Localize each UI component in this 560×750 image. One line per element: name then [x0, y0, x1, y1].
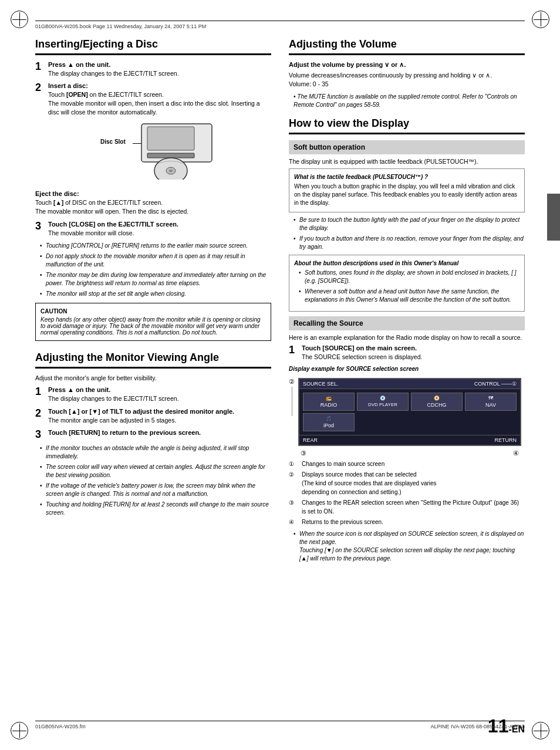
- how-to-view-title: How to view the Display: [289, 117, 525, 134]
- footer-left: 01GB05IVA-W205.fm: [35, 724, 86, 729]
- source-display-wrapper: SOURCE SEL. CONTROL ——① 📻 RADIO 💿 DVD PL…: [298, 374, 521, 457]
- ma-bullet-1: If the monitor touches an obstacle while…: [40, 444, 271, 461]
- ma-step-3-title: Touch [RETURN] to return to the previous…: [48, 429, 271, 436]
- ma-bullets: If the monitor touches an obstacle while…: [35, 444, 271, 517]
- volume-subtitle: Adjust the volume by pressing ∨ or ∧.: [289, 61, 525, 69]
- about-bullet-2: Whenever a soft button and a head unit b…: [299, 288, 519, 304]
- disc-device-svg: [124, 121, 218, 180]
- corner-mark-br: [532, 722, 549, 739]
- step-1: 1 Press ▲ on the unit. The display chang…: [35, 61, 271, 78]
- cross-br: [534, 724, 548, 738]
- about-bullet-1: Soft buttons, ones found in the display,…: [299, 269, 519, 285]
- svg-rect-2: [147, 153, 194, 158]
- left-column: Inserting/Ejecting a Disc 1 Press ▲ on t…: [35, 38, 271, 718]
- step-2-title: Insert a disc:: [48, 82, 271, 89]
- rs-step-1-num: 1: [289, 344, 298, 362]
- volume-note: The MUTE function is available on the su…: [289, 93, 525, 109]
- monitor-angle-section: Adjusting the Monitor Viewing Angle Adju…: [35, 352, 271, 519]
- bullet-4: The monitor will stop at the set tilt an…: [40, 290, 271, 298]
- step-1-body: The display changes to the EJECT/TILT sc…: [48, 69, 271, 78]
- tactile-box-title: What is the tactile feedback (PULSETOUCH…: [294, 174, 519, 180]
- sb-bullet-2: If you touch a button and there is no re…: [294, 235, 525, 251]
- ma-step-3: 3 Touch [RETURN] to return to the previo…: [35, 429, 271, 440]
- step-1-num: 1: [35, 61, 45, 78]
- source-footer-left: REAR: [303, 437, 318, 443]
- source-btn-ipod[interactable]: 🎵 iPod: [303, 413, 355, 431]
- monitor-angle-title: Adjusting the Monitor Viewing Angle: [35, 352, 271, 369]
- soft-button-intro: The display unit is equipped with tactil…: [289, 158, 525, 165]
- monitor-angle-intro: Adjust the monitor's angle for better vi…: [35, 374, 271, 381]
- page-content: Inserting/Ejecting a Disc 1 Press ▲ on t…: [35, 38, 525, 718]
- eject-body: Touch [▲] of DISC on the EJECT/TILT scre…: [35, 198, 271, 215]
- ann-4: ④: [513, 450, 519, 457]
- step-3-num: 3: [35, 221, 45, 238]
- rs-step-1-content: Touch [SOURCE] on the main screen. The S…: [302, 344, 525, 362]
- left-annotations: ②: [289, 378, 295, 416]
- inserting-ejecting-section: Inserting/Ejecting a Disc 1 Press ▲ on t…: [35, 38, 271, 346]
- ma-step-1-body: The display changes to the EJECT/TILT sc…: [48, 394, 271, 403]
- source-btn-cdchg[interactable]: 📀 CDCHG: [411, 393, 463, 411]
- ma-step-1-content: Press ▲ on the unit. The display changes…: [48, 386, 271, 403]
- ma-step-1: 1 Press ▲ on the unit. The display chang…: [35, 386, 271, 403]
- adjusting-volume-section: Adjusting the Volume Adjust the volume b…: [289, 38, 525, 113]
- source-display-footer: REAR RETURN: [299, 435, 520, 445]
- tactile-info-box: What is the tactile feedback (PULSETOUCH…: [289, 168, 525, 212]
- ma-step-2-num: 2: [35, 408, 45, 425]
- step-3-title: Touch [CLOSE] on the EJECT/TILT screen.: [48, 221, 271, 228]
- footer-bar: 01GB05IVA-W205.fm ALPINE IVA-W205 68-085…: [35, 721, 525, 729]
- header-text: 01GB00IVA-W205.book Page 11 Wednesday, J…: [35, 23, 206, 29]
- right-tab: [547, 194, 560, 241]
- source-display-header: SOURCE SEL. CONTROL ——①: [299, 379, 520, 389]
- ann-num-1: ①: [289, 460, 298, 468]
- volume-range: Volume: 0 - 35: [289, 80, 329, 87]
- how-to-view-section: How to view the Display Soft button oper…: [289, 117, 525, 565]
- caution-body: Keep hands (or any other object) away fr…: [41, 316, 266, 336]
- step-1-title: Press ▲ on the unit.: [48, 61, 271, 68]
- disc-slot-label: Disc Slot: [100, 138, 126, 145]
- ann-text-2: Displays source modes that can be select…: [302, 470, 437, 496]
- ann-item-4: ④ Returns to the previous screen.: [289, 518, 525, 526]
- source-btn-dvd[interactable]: 💿 DVD PLAYER: [357, 393, 409, 411]
- source-header-right: CONTROL ——①: [474, 381, 517, 387]
- about-buttons-title: About the button descriptions used in th…: [294, 260, 519, 266]
- bottom-ann-nums: ③ ④: [298, 450, 521, 457]
- ma-bullet-3: If the voltage of the vehicle's battery …: [40, 482, 271, 498]
- ma-step-3-content: Touch [RETURN] to return to the previous…: [48, 429, 271, 440]
- step-2-body: Touch [OPEN] on the EJECT/TILT screen.Th…: [48, 90, 271, 116]
- source-btn-radio[interactable]: 📻 RADIO: [303, 393, 355, 411]
- corner-mark-tl: [11, 11, 28, 28]
- cross-tr: [534, 12, 548, 26]
- footer-right: ALPINE IVA-W205 68-08564Z41-A (EN): [431, 724, 525, 729]
- ann-3: ③: [301, 450, 306, 457]
- step-1-content: Press ▲ on the unit. The display changes…: [48, 61, 271, 78]
- ann-item-3: ③ Changes to the REAR selection screen w…: [289, 498, 525, 516]
- svg-rect-1: [147, 127, 194, 150]
- inserting-bullets: Touching [CONTROL] or [RETURN] returns t…: [35, 242, 271, 298]
- bullet-3: The monitor may be dim during low temper…: [40, 271, 271, 288]
- disc-image-area: Disc Slot: [35, 121, 271, 185]
- soft-button-header: Soft button operation: [289, 140, 525, 154]
- source-display: SOURCE SEL. CONTROL ——① 📻 RADIO 💿 DVD PL…: [298, 378, 521, 446]
- rs-step-1: 1 Touch [SOURCE] on the main screen. The…: [289, 344, 525, 362]
- soft-button-bullets: Be sure to touch the button lightly with…: [289, 216, 525, 251]
- ann-item-2: ② Displays source modes that can be sele…: [289, 470, 525, 496]
- sb-bullet-1: Be sure to touch the button lightly with…: [294, 216, 525, 232]
- recalling-source-header: Recalling the Source: [289, 316, 525, 330]
- ma-step-1-num: 1: [35, 386, 45, 403]
- source-btn-nav[interactable]: 🗺 NAV: [465, 393, 517, 411]
- ma-bullet-4: Touching and holding [RETURN] for at lea…: [40, 501, 271, 517]
- adjusting-volume-title: Adjusting the Volume: [289, 38, 525, 55]
- about-bullets: Soft buttons, ones found in the display,…: [294, 269, 519, 304]
- rs-step-1-body: The SOURCE selection screen is displayed…: [302, 353, 525, 362]
- annotation-list: ① Changes to main source screen ② Displa…: [289, 460, 525, 526]
- bullet-1: Touching [CONTROL] or [RETURN] returns t…: [40, 242, 271, 250]
- ann-num-3: ③: [289, 498, 298, 516]
- bullet-2: Do not apply shock to the movable monito…: [40, 252, 271, 269]
- cross-tl: [12, 12, 26, 26]
- about-buttons-box: About the button descriptions used in th…: [289, 255, 525, 312]
- ann-num-2: ②: [289, 470, 298, 496]
- step-2-num: 2: [35, 82, 45, 116]
- ma-step-2-title: Touch [▲] or [▼] of TILT to adjust the d…: [48, 408, 271, 415]
- ma-step-2-body: The monitor angle can be adjusted in 5 s…: [48, 416, 271, 425]
- ann-num-4: ④: [289, 518, 298, 526]
